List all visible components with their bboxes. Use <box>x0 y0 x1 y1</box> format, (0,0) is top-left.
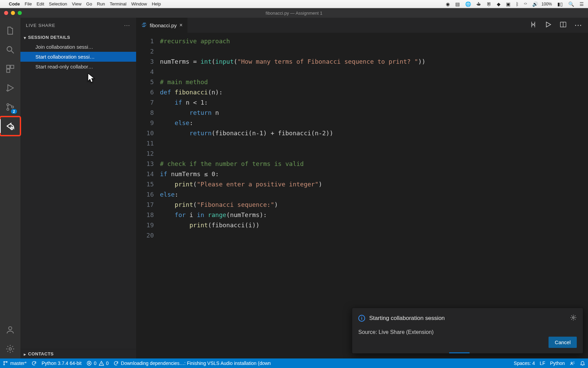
activity-source-control[interactable]: 2 <box>0 97 20 117</box>
session-details-header[interactable]: ▾ SESSION DETAILS <box>20 33 136 42</box>
zoom-window-button[interactable] <box>18 11 22 15</box>
tab-filename: fibonacci.py <box>150 22 177 28</box>
status-download-progress[interactable]: Downloading dependencies…: Finishing VSL… <box>113 361 271 366</box>
activity-run-debug[interactable] <box>0 78 20 97</box>
activity-accounts[interactable] <box>0 320 20 339</box>
svg-point-13 <box>4 364 5 365</box>
status-spaces[interactable]: Spaces: 4 <box>514 361 535 366</box>
sidebar: LIVE SHARE ⋯ ▾ SESSION DETAILS Join coll… <box>20 18 136 358</box>
mac-menu-help[interactable]: Help <box>152 1 161 6</box>
svg-rect-1 <box>7 65 10 68</box>
activity-settings[interactable] <box>0 339 20 358</box>
status-eol[interactable]: LF <box>540 361 545 366</box>
session-details-label: SESSION DETAILS <box>28 35 70 40</box>
svg-point-4 <box>7 104 9 106</box>
svg-rect-2 <box>11 65 14 68</box>
status-feedback-icon[interactable] <box>570 361 575 366</box>
split-editor-button[interactable] <box>559 21 567 30</box>
svg-point-7 <box>11 128 13 130</box>
mac-menu-terminal[interactable]: Terminal <box>110 1 127 6</box>
toast-cancel-button[interactable]: Cancel <box>549 337 577 348</box>
mac-menu-go[interactable]: Go <box>86 1 92 6</box>
mac-menu-run[interactable]: Run <box>97 1 105 6</box>
status-tray-icon[interactable]: ▣ <box>506 1 510 7</box>
mac-menu-file[interactable]: File <box>25 1 32 6</box>
status-python-interpreter[interactable]: Python 3.7.4 64-bit <box>42 361 82 366</box>
status-record-icon[interactable]: ◉ <box>446 1 450 7</box>
sidebar-item-start-session[interactable]: Start collaboration sessi… <box>20 52 136 62</box>
mac-app-name[interactable]: Code <box>9 1 20 6</box>
status-sync[interactable] <box>31 361 37 366</box>
status-bluetooth-icon[interactable]: ᛒ <box>516 1 519 7</box>
notification-toast: i Starting collaboration session Source:… <box>352 308 583 354</box>
status-problems[interactable]: 0 0 <box>86 361 109 366</box>
mac-menu-selection[interactable]: Selection <box>49 1 67 6</box>
editor-more-button[interactable]: ⋯ <box>574 21 582 30</box>
svg-point-5 <box>7 108 9 110</box>
toast-settings-button[interactable] <box>570 314 577 322</box>
contacts-label: CONTACTS <box>28 351 54 356</box>
sidebar-item-start-readonly[interactable]: Start read-only collabor… <box>20 62 136 72</box>
status-battery-icon[interactable]: ▮▯ <box>557 1 563 7</box>
status-shield-icon[interactable]: ⛨ <box>487 1 491 7</box>
chevron-down-icon: ▾ <box>24 35 26 40</box>
status-language[interactable]: Python <box>550 361 565 366</box>
status-spotlight-icon[interactable]: 🔍 <box>568 1 574 7</box>
window-title: fibonacci.py — Assignment 1 <box>0 11 588 16</box>
vscode-window: fibonacci.py — Assignment 1 2 <box>0 8 588 368</box>
toast-source: Source: Live Share (Extension) <box>358 329 577 335</box>
activity-search[interactable] <box>0 40 20 59</box>
tab-close-button[interactable]: × <box>179 22 182 28</box>
mac-menu-view[interactable]: View <box>72 1 81 6</box>
close-window-button[interactable] <box>4 11 8 15</box>
status-battery[interactable]: 100% <box>541 2 552 6</box>
status-menu-icon[interactable]: ▤ <box>455 1 460 7</box>
contacts-header[interactable]: ▸ CONTACTS <box>20 349 136 358</box>
run-file-button[interactable] <box>544 21 552 30</box>
tab-fibonacci-py[interactable]: fibonacci.py × <box>136 18 188 33</box>
sidebar-more-button[interactable]: ⋯ <box>124 21 131 29</box>
svg-point-16 <box>571 362 572 364</box>
info-icon: i <box>358 315 365 322</box>
toast-progress <box>352 352 583 353</box>
svg-rect-3 <box>7 69 10 72</box>
activity-bar: 2 <box>0 18 20 358</box>
svg-point-8 <box>9 327 12 330</box>
tab-bar: fibonacci.py × ⋯ <box>136 18 588 33</box>
chevron-right-icon: ▸ <box>24 352 26 357</box>
sidebar-title: LIVE SHARE <box>26 23 55 28</box>
window-titlebar[interactable]: fibonacci.py — Assignment 1 <box>0 8 588 18</box>
svg-point-0 <box>7 47 12 51</box>
minimize-window-button[interactable] <box>11 11 15 15</box>
status-globe-icon[interactable]: 🌐 <box>465 1 471 7</box>
svg-point-11 <box>573 317 574 319</box>
mac-menubar: Code File Edit Selection View Go Run Ter… <box>0 0 588 8</box>
svg-point-9 <box>9 348 12 350</box>
status-bell-icon[interactable] <box>580 361 585 366</box>
line-number-gutter: 1234567891011121314151617181920 <box>136 33 160 358</box>
status-control-center-icon[interactable]: ☰ <box>579 1 584 7</box>
editor-area: fibonacci.py × ⋯ 12345678910111213141516… <box>136 18 588 358</box>
status-bar: master* Python 3.7.4 64-bit 0 0 Download… <box>0 358 588 368</box>
activity-live-share[interactable] <box>0 117 20 136</box>
minimap[interactable] <box>583 33 588 358</box>
scm-badge: 2 <box>11 109 17 114</box>
svg-point-12 <box>4 362 5 363</box>
toast-title: Starting collaboration session <box>369 315 445 322</box>
status-dropbox-icon[interactable]: ◆ <box>497 1 501 7</box>
traffic-lights <box>0 11 22 15</box>
status-volume-icon[interactable]: 🔊 <box>532 1 538 7</box>
status-wifi-icon[interactable]: ⌔ <box>524 1 527 7</box>
activity-extensions[interactable] <box>0 59 20 78</box>
mac-menu-edit[interactable]: Edit <box>36 1 44 6</box>
activity-explorer[interactable] <box>0 21 20 40</box>
compare-changes-icon[interactable] <box>529 21 537 30</box>
python-file-icon <box>141 22 147 28</box>
mac-menu-window[interactable]: Window <box>131 1 147 6</box>
status-branch[interactable]: master* <box>3 361 27 366</box>
status-docker-icon[interactable]: ⛴ <box>476 1 481 7</box>
sidebar-item-join-session[interactable]: Join collaboration sessi… <box>20 42 136 52</box>
